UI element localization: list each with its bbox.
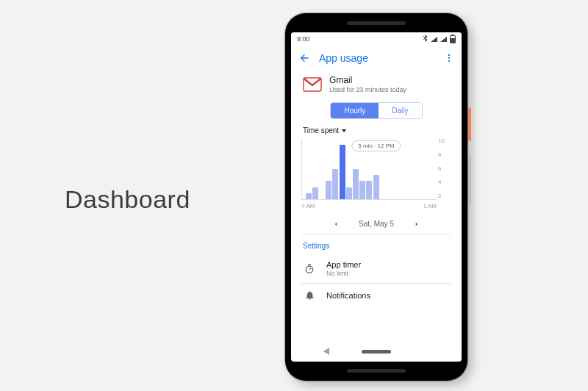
- svg-point-4: [306, 266, 312, 273]
- chart-y-axis: 10 8 6 4 2: [438, 137, 450, 199]
- x-end: 1 AM: [423, 203, 437, 209]
- toggle-daily[interactable]: Daily: [379, 103, 421, 118]
- chart-bar[interactable]: [373, 175, 379, 199]
- chart-bar[interactable]: [353, 169, 359, 199]
- chart-bar[interactable]: [306, 193, 312, 199]
- svg-line-6: [309, 268, 311, 269]
- android-nav-bar: [291, 341, 462, 362]
- svg-point-1: [448, 57, 450, 59]
- battery-icon: [450, 35, 456, 43]
- bell-icon: [303, 290, 316, 301]
- toggle-hourly[interactable]: Hourly: [331, 103, 379, 118]
- notifications-title: Notifications: [326, 291, 370, 300]
- chart-bar[interactable]: [340, 145, 345, 199]
- slide-caption: Dashboard: [65, 185, 190, 214]
- y-tick: 2: [438, 193, 441, 199]
- metric-dropdown[interactable]: Time spent: [291, 126, 462, 136]
- status-bar: 9:00: [291, 32, 462, 46]
- granularity-toggle: Hourly Daily: [291, 102, 462, 119]
- y-tick: 4: [438, 179, 441, 185]
- app-bar: App usage: [291, 46, 462, 71]
- nav-spacer: [423, 348, 430, 355]
- app-timer-title: App timer: [326, 260, 361, 269]
- gmail-icon: [303, 77, 322, 92]
- date-next-icon[interactable]: [413, 220, 420, 228]
- speaker-bottom: [347, 369, 406, 373]
- y-tick: 8: [438, 151, 441, 158]
- chevron-down-icon: [342, 129, 346, 132]
- app-usage-subtitle: Used for 23 minutes today: [329, 86, 406, 93]
- nav-home-pill[interactable]: [362, 350, 391, 354]
- date-navigator: Sat, May 5: [291, 220, 462, 228]
- chart-bar[interactable]: [366, 181, 372, 199]
- timer-icon: [303, 263, 316, 275]
- chart-x-axis: 7 AM 1 AM: [301, 203, 437, 209]
- status-icons: [423, 35, 456, 43]
- svg-point-0: [448, 54, 450, 56]
- usage-chart: 5 min · 12 PM 10 8 6 4 2: [301, 139, 451, 200]
- app-timer-subtitle: No limit: [326, 270, 361, 277]
- svg-rect-5: [308, 264, 311, 265]
- settings-header: Settings: [291, 234, 462, 254]
- date-label[interactable]: Sat, May 5: [359, 220, 394, 228]
- back-arrow-icon[interactable]: [298, 52, 310, 64]
- app-header-row: Gmail Used for 23 minutes today: [291, 71, 462, 101]
- content-body: Gmail Used for 23 minutes today Hourly D…: [291, 71, 462, 341]
- x-start: 7 AM: [301, 203, 315, 209]
- chart-bar[interactable]: [332, 169, 338, 199]
- overflow-menu-icon[interactable]: [444, 53, 454, 63]
- bluetooth-icon: [423, 35, 428, 43]
- phone-screen: 9:00 App usage: [291, 32, 462, 362]
- app-name: Gmail: [329, 75, 406, 85]
- svg-point-2: [448, 60, 450, 62]
- app-timer-row[interactable]: App timer No limit: [291, 254, 462, 283]
- chart-bar[interactable]: [326, 181, 331, 199]
- chart-bars: [305, 139, 434, 199]
- status-time: 9:00: [297, 35, 310, 43]
- cell-signal-icon: [440, 37, 447, 42]
- date-prev-icon[interactable]: [332, 220, 340, 228]
- nav-back-icon[interactable]: [323, 348, 329, 355]
- notifications-row[interactable]: Notifications: [291, 284, 462, 306]
- page-title: App usage: [319, 52, 435, 64]
- y-tick: 6: [438, 165, 441, 172]
- speaker-top: [347, 21, 406, 25]
- metric-dropdown-label: Time spent: [303, 126, 339, 134]
- chart-bar[interactable]: [312, 187, 318, 199]
- chart-bar[interactable]: [359, 181, 365, 199]
- wifi-icon: [431, 37, 437, 42]
- chart-bar[interactable]: [346, 187, 352, 199]
- y-tick: 10: [438, 137, 445, 144]
- phone-frame: 9:00 App usage: [285, 13, 467, 381]
